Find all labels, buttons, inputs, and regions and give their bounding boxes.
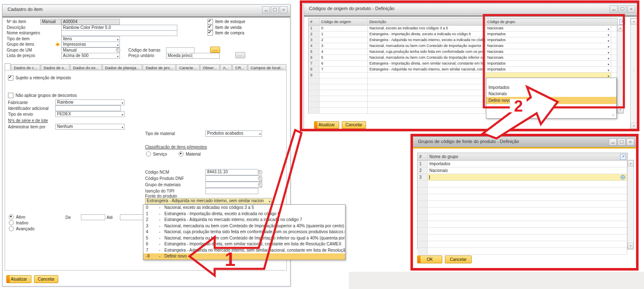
item-group-dropdown[interactable]: Impressoras bbox=[61, 42, 120, 47]
choose-list-icon[interactable] bbox=[116, 48, 120, 52]
column-header[interactable]: Nome do grupo bbox=[428, 153, 627, 160]
item-window-titlebar[interactable]: Cadastro do item × bbox=[3, 5, 290, 15]
table-scrollbar[interactable]: ▲ ▼ bbox=[627, 160, 634, 250]
barcode-more-button[interactable]: ... bbox=[210, 47, 220, 53]
description-cell[interactable]: Estrangeira - Importação direta, exceto … bbox=[368, 31, 486, 37]
table-row-empty[interactable] bbox=[418, 241, 627, 248]
description-cell[interactable] bbox=[368, 73, 486, 78]
description-cell[interactable]: Estrangeira - Importação direta, sem sim… bbox=[368, 61, 486, 66]
origin-code-cell[interactable]: 1 bbox=[319, 31, 368, 37]
origin-code-cell[interactable]: 2 bbox=[319, 37, 368, 43]
scroll-down-icon[interactable]: ▼ bbox=[612, 114, 615, 117]
origin-code-cell[interactable]: 0 bbox=[319, 26, 368, 31]
table-row[interactable]: 10Nacional, exceto as indicadas nos códi… bbox=[309, 26, 617, 31]
column-header[interactable]: Descrição bbox=[368, 18, 486, 25]
origin-code-cell[interactable] bbox=[319, 73, 368, 78]
dnf-dropdown[interactable] bbox=[205, 175, 262, 182]
date-to-field[interactable] bbox=[120, 214, 144, 220]
column-header[interactable]: Código de origem bbox=[319, 18, 368, 25]
scroll-down-icon[interactable]: ▼ bbox=[631, 123, 637, 129]
ncm-list-icon[interactable] bbox=[258, 170, 262, 174]
description-cell[interactable]: Nacional, mercadoria ou bem com Conteúdo… bbox=[368, 55, 486, 60]
description-cell[interactable]: Nacional, exceto as indicadas nos código… bbox=[368, 26, 486, 31]
column-header[interactable]: # bbox=[309, 18, 319, 25]
origin-code-cell[interactable]: 6 bbox=[319, 61, 368, 66]
material-radio[interactable]: Material bbox=[179, 151, 201, 156]
groups-titlebar[interactable]: Grupos de código de fonte do produto - D… bbox=[413, 137, 637, 147]
description-cell[interactable]: Estrangeira - Adquirida no mercado inter… bbox=[368, 67, 486, 72]
cancel-button[interactable]: Cancelar bbox=[34, 275, 58, 283]
origin-code-cell[interactable]: 3 bbox=[319, 43, 368, 49]
group-code-cell[interactable]: Nacionais bbox=[486, 43, 611, 49]
dropdown-option[interactable]: 5Nacional, mercadoria ou bem com Conteúd… bbox=[143, 235, 345, 242]
group-code-cell[interactable]: Nacionais bbox=[486, 55, 611, 60]
table-row-empty[interactable] bbox=[418, 194, 627, 201]
table-row-empty[interactable] bbox=[418, 221, 627, 228]
expand-grid-icon[interactable]: ↗ bbox=[620, 154, 626, 160]
table-row-empty[interactable] bbox=[418, 208, 627, 214]
table-row[interactable]: 54Nacional, cuja produção tenha sido fei… bbox=[309, 49, 617, 55]
table-row[interactable]: 76Estrangeira - Importação direta, sem s… bbox=[309, 61, 617, 67]
date-from-field[interactable] bbox=[81, 214, 105, 220]
inactive-radio[interactable]: Inativo bbox=[9, 220, 28, 225]
expand-grid-icon[interactable]: ↗ bbox=[619, 19, 625, 25]
shipping-type-dropdown[interactable]: FEDEX bbox=[55, 111, 125, 117]
scroll-down-icon[interactable]: ▼ bbox=[617, 107, 623, 113]
table-row[interactable]: 21Estrangeira - Importação direta, excet… bbox=[309, 31, 617, 37]
close-icon[interactable]: × bbox=[626, 138, 634, 146]
scroll-down-icon[interactable]: ▼ bbox=[628, 243, 634, 249]
close-icon[interactable]: × bbox=[280, 6, 288, 13]
unit-price-field[interactable] bbox=[192, 53, 220, 59]
group-code-cell[interactable]: Importados bbox=[486, 61, 611, 66]
scroll-grip[interactable]: ⁞ bbox=[618, 66, 623, 69]
table-row-empty[interactable] bbox=[418, 201, 627, 208]
dropdown-option[interactable]: Importados bbox=[486, 84, 616, 91]
description-cell[interactable]: Nacional, mercadoria ou bem com Conteúdo… bbox=[368, 43, 486, 49]
group-code-cell[interactable]: Importados bbox=[486, 67, 611, 72]
header-checkbox[interactable]: Item de venda bbox=[208, 25, 242, 30]
update-button[interactable]: Atualizar bbox=[314, 121, 339, 129]
cancel-button[interactable]: Cancelar bbox=[445, 255, 472, 263]
withholding-checkbox[interactable]: Sujeito a retenção de imposto bbox=[8, 75, 71, 81]
tipi-field[interactable] bbox=[205, 188, 258, 194]
material-group-list-icon[interactable] bbox=[258, 182, 262, 187]
dropdown-option[interactable]: 4Nacional, cuja produção tenha sido feit… bbox=[143, 229, 345, 235]
dropdown-option[interactable]: 6Estrangeira - Importação direta, sem si… bbox=[143, 241, 345, 247]
header-checkbox[interactable]: Item de estoque bbox=[208, 19, 245, 24]
header-checkbox[interactable]: Item de compra bbox=[208, 30, 244, 36]
group-code-cell[interactable]: Importados bbox=[486, 37, 611, 43]
foreign-name-field[interactable] bbox=[61, 30, 177, 36]
maximize-icon[interactable] bbox=[618, 5, 626, 13]
group-code-cell[interactable]: Nacionais bbox=[486, 49, 611, 55]
ok-button[interactable]: OK bbox=[417, 255, 442, 263]
maximize-icon[interactable] bbox=[271, 6, 279, 13]
origin-code-cell[interactable]: 4 bbox=[319, 49, 368, 55]
price-list-dropdown[interactable]: Acima de 500 bbox=[61, 53, 120, 59]
dropdown-option[interactable] bbox=[486, 78, 616, 84]
table-row-empty[interactable] bbox=[418, 234, 627, 241]
table-row[interactable]: 87Estrangeira - Adquirida no mercado int… bbox=[309, 67, 617, 73]
table-row[interactable]: 1Importados bbox=[418, 161, 627, 167]
dropdown-option[interactable]: 2Estrangeira - Adquirida no mercado inte… bbox=[143, 217, 345, 223]
table-row[interactable]: 3 bbox=[418, 174, 627, 181]
uom-group-dropdown[interactable]: Manual bbox=[61, 47, 120, 53]
service-radio[interactable]: Serviço bbox=[146, 151, 167, 156]
table-row-empty[interactable] bbox=[418, 248, 627, 255]
table-row[interactable]: 2Nacionais bbox=[418, 167, 627, 174]
origin-code-cell[interactable]: 7 bbox=[319, 67, 368, 72]
dropdown-option[interactable]: 3Nacional, mercadoria ou bem com Conteúd… bbox=[143, 223, 345, 229]
window-scrollbar[interactable]: ▲ ⁞ ▼ bbox=[630, 18, 638, 130]
active-radio[interactable]: Ativo bbox=[9, 214, 25, 219]
scroll-up-icon[interactable]: ▲ bbox=[631, 18, 637, 25]
table-row[interactable]: 32Estrangeira - Adquirida no mercado int… bbox=[309, 37, 617, 43]
scroll-up-icon[interactable]: ▲ bbox=[617, 25, 623, 31]
item-no-field[interactable]: A00004 bbox=[61, 19, 120, 25]
update-button[interactable]: Atualizar bbox=[6, 275, 31, 283]
origin-code-cell[interactable]: 5 bbox=[319, 55, 368, 60]
group-code-cell[interactable]: Importados bbox=[486, 31, 611, 37]
item-type-dropdown[interactable]: Itens bbox=[61, 36, 120, 42]
no-discount-checkbox[interactable]: Não aplicar grupos de descontos bbox=[8, 93, 77, 98]
table-row-empty[interactable] bbox=[418, 214, 627, 221]
dropdown-option[interactable]: 7Estrangeira - Adquirida no mercado inte… bbox=[143, 247, 345, 254]
table-row-empty[interactable] bbox=[418, 181, 627, 187]
